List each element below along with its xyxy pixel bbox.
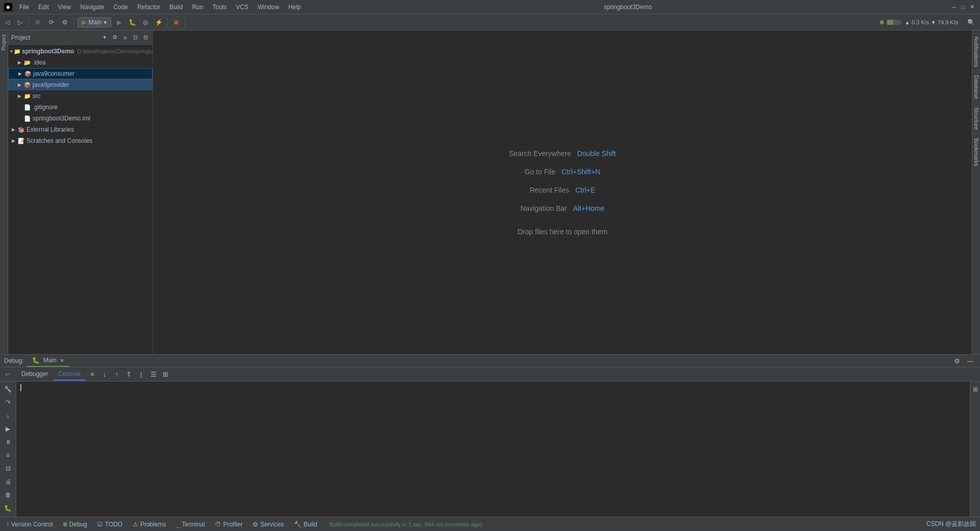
toolbar-reload[interactable]: ⟳ xyxy=(46,16,57,28)
debug-tool-frame[interactable]: ⊟ xyxy=(3,463,14,474)
status-problems[interactable]: ⚠ Problems xyxy=(131,520,168,529)
stop-button[interactable]: ⏹ xyxy=(171,17,182,28)
tree-java9consumer[interactable]: ▶ 📦 java9consumer xyxy=(8,68,152,79)
status-bar: ↑ Version Control Debug ☑ TODO ⚠ Problem… xyxy=(0,517,980,531)
drop-hint: Drop files here to open them xyxy=(517,228,607,236)
debug-tool-print[interactable]: 🖨 xyxy=(3,476,14,487)
menu-help[interactable]: Help xyxy=(284,3,305,12)
debug-tool-list[interactable]: ☰ xyxy=(148,369,159,380)
menu-navigate[interactable]: Navigate xyxy=(76,3,108,12)
debug-tool-pause[interactable]: ⏸ xyxy=(3,436,14,448)
tree-gitignore[interactable]: ▶ 📄 .gitignore xyxy=(8,102,152,113)
profiler-icon: ⏱ xyxy=(215,521,221,528)
project-panel-title: Project xyxy=(11,34,99,41)
problems-icon: ⚠ xyxy=(133,521,138,528)
menu-code[interactable]: Code xyxy=(109,3,132,12)
menu-window[interactable]: Window xyxy=(254,3,284,12)
right-side-panels: Notifications Database Structure Bookmar… xyxy=(972,30,980,354)
debug-tool-step-over[interactable]: ↷ xyxy=(3,397,14,408)
debug-tool-stack[interactable]: ≡ xyxy=(3,450,14,461)
database-panel-tab[interactable]: Database xyxy=(972,71,981,103)
status-services[interactable]: ⚙ Services xyxy=(251,520,286,529)
debug-tool-upup[interactable]: ⇑ xyxy=(124,369,135,380)
debug-tabs: 🐛 Main ✕ xyxy=(27,355,70,367)
tree-external-libs[interactable]: ▶ 📚 External Libraries xyxy=(8,124,152,135)
debug-tool-step-into[interactable]: ↓ xyxy=(3,410,14,421)
status-terminal[interactable]: _ Terminal xyxy=(174,520,207,529)
minimize-button[interactable]: ─ xyxy=(951,4,958,11)
menu-run[interactable]: Run xyxy=(188,3,207,12)
run-config-selector[interactable]: ▶ Main ▾ xyxy=(77,17,111,27)
toolbar-back[interactable]: ◁ xyxy=(2,16,13,28)
tree-idea[interactable]: ▶ 📂 .idea xyxy=(8,57,152,68)
run-config-dropdown-icon: ▾ xyxy=(104,19,107,26)
root-expand-arrow: ▾ xyxy=(10,49,13,54)
left-vertical-tabs: Project xyxy=(0,30,8,354)
toolbar-separator-3 xyxy=(167,17,168,27)
notifications-panel-tab[interactable]: Notifications xyxy=(972,33,981,71)
structure-panel-tab[interactable]: Structure xyxy=(972,103,981,134)
profile-button[interactable]: ⚡ xyxy=(153,17,164,28)
menu-build[interactable]: Build xyxy=(165,3,187,12)
console-area[interactable] xyxy=(16,382,970,529)
version-control-icon: ↑ xyxy=(6,521,9,528)
tree-src[interactable]: ▶ 📁 src xyxy=(8,90,152,102)
project-dropdown-icon[interactable]: ▾ xyxy=(101,34,109,42)
debug-tool-filter[interactable]: ≡ xyxy=(87,369,98,380)
toolbar-build[interactable]: ⚙ xyxy=(32,16,44,28)
menu-view[interactable]: View xyxy=(54,3,75,12)
menu-tools[interactable]: Tools xyxy=(208,3,231,12)
coverage-button[interactable]: ◎ xyxy=(140,17,151,28)
close-button[interactable]: ✕ xyxy=(969,4,976,11)
toolbar-forward[interactable]: ▷ xyxy=(15,16,25,28)
debug-settings-icon[interactable]: ⚙ xyxy=(952,355,963,366)
debug-tool-clear[interactable]: 🗑 xyxy=(3,489,14,501)
status-version-control[interactable]: ↑ Version Control xyxy=(4,520,55,529)
debug-tool-run[interactable]: ▶ xyxy=(3,423,14,434)
gitignore-label: .gitignore xyxy=(33,104,57,111)
status-debug[interactable]: Debug xyxy=(61,520,89,529)
project-hide-icon[interactable]: ⊟ xyxy=(141,34,149,42)
menu-edit[interactable]: Edit xyxy=(34,3,53,12)
debugger-tab[interactable]: Debugger xyxy=(16,368,53,381)
debug-tool-up[interactable]: ↑ xyxy=(111,369,122,380)
maximize-button[interactable]: □ xyxy=(960,4,967,11)
extlibs-label: External Libraries xyxy=(26,126,74,133)
project-pin-icon[interactable]: ⊡ xyxy=(131,34,139,42)
menu-file[interactable]: File xyxy=(15,3,33,12)
toolbar-settings[interactable]: ⚙ xyxy=(59,16,71,28)
debug-toolbar: ↩ Debugger Console ≡ ↓ ↑ ⇑ | ☰ ⊞ xyxy=(0,367,980,382)
debug-tool-grid[interactable]: ⊞ xyxy=(160,369,171,380)
debug-restart-icon[interactable]: ↩ xyxy=(2,369,13,380)
run-button[interactable]: ▶ xyxy=(113,17,125,28)
debug-minimize-icon[interactable]: — xyxy=(965,355,976,366)
services-label: Services xyxy=(260,521,284,528)
project-tab[interactable]: Project xyxy=(0,30,8,54)
todo-label: TODO xyxy=(105,521,122,528)
java9provider-icon: 📦 xyxy=(23,81,32,89)
status-profiler[interactable]: ⏱ Profiler xyxy=(213,520,244,529)
menu-vcs[interactable]: VCS xyxy=(232,3,253,12)
status-todo[interactable]: ☑ TODO xyxy=(95,520,124,529)
toolbar: ◁ ▷ ⚙ ⟳ ⚙ ▶ Main ▾ ▶ 🐛 ◎ ⚡ ⏹ ▲ 0.3 K/s ▼… xyxy=(0,14,980,30)
tree-java9provider[interactable]: ▶ 📦 java9provider xyxy=(8,79,152,90)
shortcut-label-3: Recent Files xyxy=(530,186,569,194)
debug-tool-bar[interactable]: | xyxy=(136,369,147,380)
project-collapse-icon[interactable]: ≡ xyxy=(121,34,129,42)
project-settings-icon[interactable]: ⚙ xyxy=(111,34,119,42)
tree-iml[interactable]: ▶ 📄 springboot3Demo.iml xyxy=(8,113,152,124)
debug-tab-main[interactable]: 🐛 Main ✕ xyxy=(27,355,70,367)
bookmarks-panel-tab[interactable]: Bookmarks xyxy=(972,134,981,170)
debug-tab-main-close[interactable]: ✕ xyxy=(60,358,64,363)
debug-tool-wrench[interactable]: 🔧 xyxy=(3,384,14,395)
tree-scratches[interactable]: ▶ 📝 Scratches and Consoles xyxy=(8,135,152,146)
debug-button[interactable]: 🐛 xyxy=(127,17,138,28)
status-build[interactable]: 🔨 Build xyxy=(292,520,319,529)
toolbar-search[interactable]: 🔍 xyxy=(964,16,978,28)
menu-refactor[interactable]: Refactor xyxy=(133,3,164,12)
debug-right-split[interactable]: ⊞ xyxy=(970,384,981,395)
console-tab[interactable]: Console xyxy=(53,368,86,381)
debug-tool-bug[interactable]: 🐛 xyxy=(3,503,14,514)
tree-root[interactable]: ▾ 📁 springboot3Demo D:\IdeaProjects\Demo… xyxy=(8,46,152,57)
debug-tool-down[interactable]: ↓ xyxy=(99,369,110,380)
